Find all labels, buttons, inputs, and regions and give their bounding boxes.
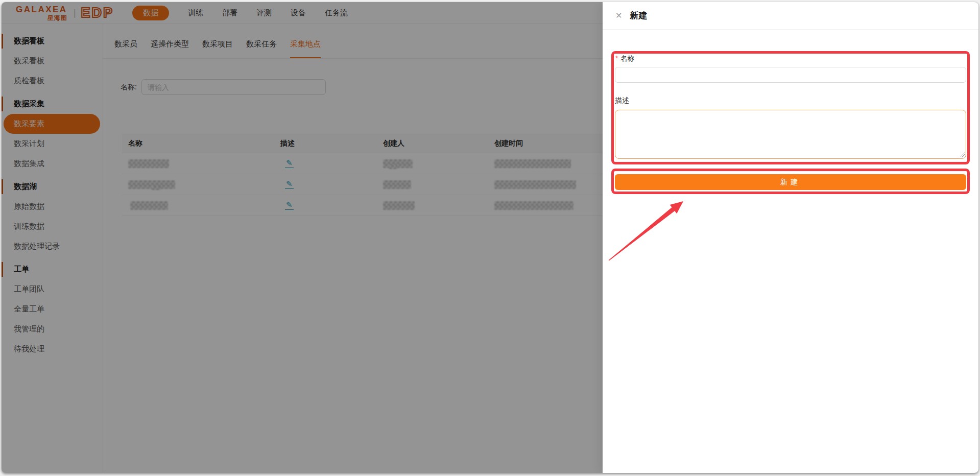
description-textarea[interactable]	[615, 110, 966, 159]
app-window: GALAXEA 星海图 | EDP 数据 训练 部署 评测 设备 任务流 数据看…	[2, 2, 978, 473]
description-field-label: 描述	[615, 96, 629, 105]
create-submit-button[interactable]: 新建	[615, 174, 966, 190]
required-asterisk: *	[615, 54, 618, 62]
name-field-label: *名称	[615, 54, 634, 63]
description-label-text: 描述	[615, 96, 629, 104]
close-icon[interactable]: ✕	[615, 12, 622, 20]
name-input[interactable]	[615, 67, 966, 83]
name-label-text: 名称	[620, 54, 634, 62]
drawer-header: ✕ 新建	[603, 2, 978, 30]
create-drawer: ✕ 新建 *名称 描述 新建	[603, 2, 978, 473]
drawer-title: 新建	[630, 10, 647, 21]
annotation-arrow	[603, 198, 695, 270]
